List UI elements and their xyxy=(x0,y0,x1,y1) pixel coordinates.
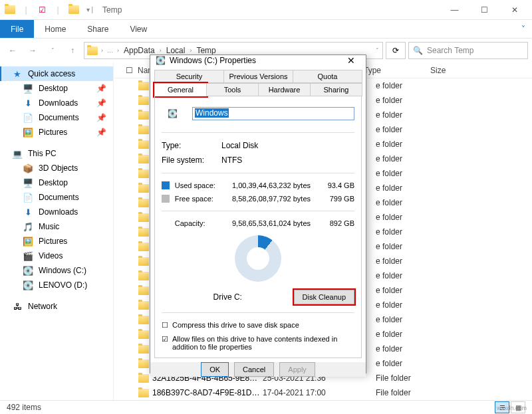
nav-forward-button[interactable]: → xyxy=(24,42,41,59)
chevron-right-icon[interactable]: … xyxy=(106,47,114,54)
sidebar-item-pictures[interactable]: 🖼️Pictures📌 xyxy=(0,125,113,140)
file-date: 17-04-2021 17:00 xyxy=(263,388,376,397)
sidebar-item-3d[interactable]: 📦3D Objects xyxy=(0,161,113,175)
file-type: e folder xyxy=(376,81,442,90)
free-gb: 799 GB xyxy=(322,195,354,203)
chevron-right-icon[interactable]: › xyxy=(100,47,104,54)
chevron-right-icon[interactable]: › xyxy=(189,47,192,54)
sidebar-item-pictures[interactable]: 🖼️Pictures xyxy=(0,234,113,249)
used-label: Used space: xyxy=(175,181,227,189)
apply-button[interactable]: Apply xyxy=(279,362,315,377)
folder-icon xyxy=(138,211,150,223)
downloads-icon: ⬇ xyxy=(23,207,33,217)
refresh-button[interactable]: ⟳ xyxy=(386,42,406,59)
pin-icon: 📌 xyxy=(96,113,106,122)
tab-previous-versions[interactable]: Previous Versions xyxy=(223,70,293,83)
tab-view[interactable]: View xyxy=(119,20,158,38)
dialog-titlebar[interactable]: 💽 Windows (C:) Properties ✕ xyxy=(150,55,366,66)
this-pc[interactable]: 💻This PC xyxy=(0,146,113,161)
qat-folder-icon[interactable] xyxy=(66,3,81,17)
tab-home[interactable]: Home xyxy=(34,20,76,38)
downloads-icon: ⬇ xyxy=(23,98,33,108)
item-count: 492 items xyxy=(7,403,41,412)
ok-button[interactable]: OK xyxy=(201,362,229,377)
folder-icon xyxy=(138,328,150,340)
watermark: wsxdn.com xyxy=(497,405,527,411)
nav-recent-button[interactable]: ˅ xyxy=(44,42,61,59)
sidebar-item-videos[interactable]: 🎬Videos xyxy=(0,249,113,263)
drive-large-icon: 💽 xyxy=(162,103,183,124)
minimize-button[interactable]: — xyxy=(440,1,469,19)
sidebar-item-music[interactable]: 🎵Music xyxy=(0,219,113,234)
sidebar-item-desktop[interactable]: 🖥️Desktop xyxy=(0,175,113,190)
col-type[interactable]: Type xyxy=(364,66,430,75)
file-type: e folder xyxy=(376,242,442,251)
crumb-temp[interactable]: Temp xyxy=(195,46,217,55)
sidebar-item-c-drive[interactable]: 💽Windows (C:) xyxy=(0,263,113,278)
file-type: e folder xyxy=(376,330,442,339)
tab-sharing[interactable]: Sharing xyxy=(310,83,362,96)
tab-general[interactable]: General xyxy=(154,83,207,96)
tab-hardware[interactable]: Hardware xyxy=(258,83,311,96)
volume-name-input[interactable]: Windows xyxy=(192,107,354,120)
capacity-label: Capacity: xyxy=(175,219,227,227)
folder-icon xyxy=(138,182,150,194)
network[interactable]: 🖧Network xyxy=(0,299,113,314)
sidebar-item-downloads[interactable]: ⬇Downloads📌 xyxy=(0,96,113,110)
crumb-local[interactable]: Local xyxy=(165,46,187,55)
folder-icon xyxy=(138,167,150,179)
qat-dropdown-icon[interactable]: ▾ | xyxy=(82,3,97,17)
network-icon: 🖧 xyxy=(12,301,23,312)
cancel-button[interactable]: Cancel xyxy=(234,362,274,377)
sidebar-item-downloads[interactable]: ⬇Downloads xyxy=(0,205,113,219)
documents-icon: 📄 xyxy=(23,192,33,203)
tab-security[interactable]: Security xyxy=(154,70,224,83)
pc-icon: 💻 xyxy=(12,148,23,159)
pin-icon: 📌 xyxy=(96,84,106,93)
nav-back-button[interactable]: ← xyxy=(4,42,21,59)
disk-cleanup-button[interactable]: Disk Cleanup xyxy=(294,290,354,304)
folder-icon xyxy=(138,226,150,238)
maximize-button[interactable]: ☐ xyxy=(469,1,499,19)
select-all-checkbox[interactable]: ☐ xyxy=(126,66,138,75)
fs-label: File system: xyxy=(162,155,215,165)
sidebar-item-d-drive[interactable]: 💽LENOVO (D:) xyxy=(0,278,113,292)
dialog-title: Windows (C:) Properties xyxy=(170,56,256,65)
folder-icon xyxy=(138,197,150,209)
col-size[interactable]: Size xyxy=(430,66,483,75)
folder-icon xyxy=(138,80,150,92)
tab-tools[interactable]: Tools xyxy=(206,83,259,96)
properties-dialog: 💽 Windows (C:) Properties ✕ Security Pre… xyxy=(150,54,366,373)
free-color-icon xyxy=(162,195,170,203)
file-menu[interactable]: File xyxy=(0,20,34,38)
quick-access[interactable]: ★ Quick access xyxy=(0,66,113,81)
titlebar: | ☑ | ▾ | Temp — ☐ ✕ xyxy=(0,0,532,20)
sidebar-item-desktop[interactable]: 🖥️Desktop📌 xyxy=(0,81,113,96)
nav-up-button[interactable]: ↑ xyxy=(64,42,81,59)
compress-checkbox[interactable]: ☐ xyxy=(162,321,168,330)
chevron-right-icon[interactable]: › xyxy=(159,47,162,54)
ribbon-expand-icon[interactable]: ˅ xyxy=(515,20,532,38)
search-input[interactable]: 🔍 Search Temp xyxy=(408,42,528,59)
ribbon: File Home Share View ˅ xyxy=(0,20,532,39)
dialog-body: 💽 Windows Type:Local Disk File system:NT… xyxy=(154,96,362,358)
drive-icon: 💽 xyxy=(23,280,33,290)
list-item[interactable]: 186B397C-8AD7-4F9E-81DA-43AFF4F6...17-04… xyxy=(126,385,532,400)
file-type: e folder xyxy=(376,257,442,266)
dialog-tabs: Security Previous Versions Quota General… xyxy=(150,66,366,96)
sidebar-item-documents[interactable]: 📄Documents📌 xyxy=(0,110,113,125)
crumb-appdata[interactable]: AppData xyxy=(122,46,156,55)
qat-properties-icon[interactable]: ☑ xyxy=(35,3,49,17)
pictures-icon: 🖼️ xyxy=(23,236,33,247)
type-label: Type: xyxy=(162,141,215,150)
sidebar-item-documents[interactable]: 📄Documents xyxy=(0,190,113,205)
tab-quota[interactable]: Quota xyxy=(293,70,362,83)
tab-share[interactable]: Share xyxy=(76,20,119,38)
close-button[interactable]: ✕ xyxy=(499,1,529,19)
pictures-icon: 🖼️ xyxy=(23,127,33,138)
address-history-icon[interactable]: ˅ xyxy=(375,47,380,54)
index-checkbox[interactable]: ☑ xyxy=(162,335,168,344)
dialog-close-button[interactable]: ✕ xyxy=(342,55,360,66)
chevron-right-icon[interactable]: › xyxy=(116,47,120,54)
usage-donut-chart xyxy=(235,235,281,282)
